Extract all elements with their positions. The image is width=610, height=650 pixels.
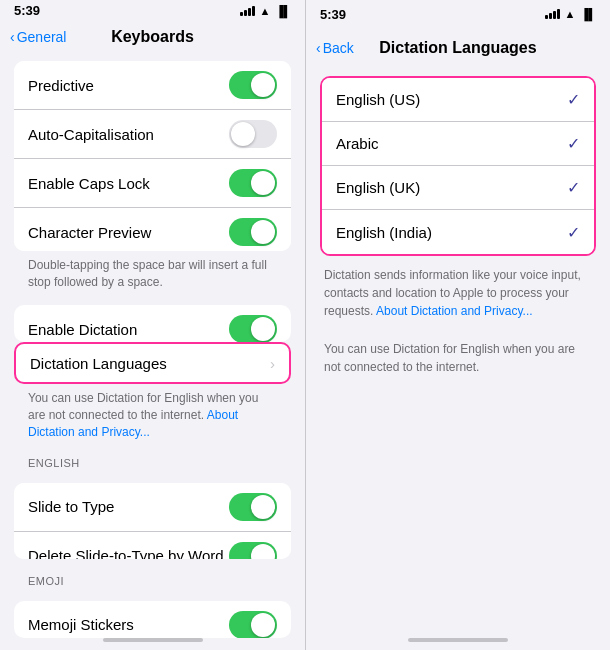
predictive-label: Predictive (28, 77, 94, 94)
delete-slide-row: Delete Slide-to-Type by Word (14, 532, 291, 559)
lang-arabic-label: Arabic (336, 135, 379, 152)
settings-group-4: Memoji Stickers (14, 601, 291, 638)
signal-icon-right (545, 9, 560, 19)
memoji-stickers-label: Memoji Stickers (28, 616, 134, 633)
auto-cap-row: Auto-Capitalisation (14, 110, 291, 159)
lang-english-us[interactable]: English (US) ✓ (322, 78, 594, 122)
status-icons-right: ▲ ▐▌ (545, 8, 596, 20)
lang-english-uk-label: English (UK) (336, 179, 420, 196)
caps-lock-label: Enable Caps Lock (28, 175, 150, 192)
slide-to-type-toggle[interactable] (229, 493, 277, 521)
settings-group-3: Slide to Type Delete Slide-to-Type by Wo… (14, 483, 291, 559)
section-english: ENGLISH (28, 457, 277, 469)
signal-icon (240, 6, 255, 16)
dictation-offline-info: You can use Dictation for English when y… (324, 340, 592, 376)
spacebar-info: Double-tapping the space bar will insert… (28, 257, 277, 291)
settings-group-2: Enable Dictation (14, 305, 291, 342)
wifi-icon-right: ▲ (565, 8, 576, 20)
wifi-icon: ▲ (260, 5, 271, 17)
char-preview-row: Character Preview (14, 208, 291, 251)
status-bar-right: 5:39 ▲ ▐▌ (306, 0, 610, 28)
checkmark-english-uk: ✓ (567, 178, 580, 197)
dictation-languages-row[interactable]: Dictation Languages › (14, 342, 291, 384)
predictive-toggle[interactable] (229, 71, 277, 99)
status-bar-left: 5:39 ▲ ▐▌ (0, 0, 305, 22)
delete-slide-toggle[interactable] (229, 542, 277, 559)
page-title-left: Keyboards (111, 28, 194, 46)
dictation-info-left: You can use Dictation for English when y… (28, 390, 277, 440)
lang-english-us-label: English (US) (336, 91, 420, 108)
battery-icon: ▐▌ (275, 5, 291, 17)
enable-dictation-label: Enable Dictation (28, 321, 137, 338)
right-panel: 5:39 ▲ ▐▌ ‹ Back Dictation Languages Eng… (305, 0, 610, 650)
chevron-left-icon-right: ‹ (316, 40, 321, 56)
memoji-stickers-toggle[interactable] (229, 611, 277, 638)
back-label-right: Back (323, 40, 354, 56)
dictation-languages-label: Dictation Languages (30, 355, 167, 372)
back-button-left[interactable]: ‹ General (10, 29, 66, 45)
nav-bar-right: ‹ Back Dictation Languages (306, 28, 610, 68)
checkmark-english-india: ✓ (567, 223, 580, 242)
page-title-right: Dictation Languages (379, 39, 536, 57)
enable-dictation-row: Enable Dictation (14, 305, 291, 342)
section-emoji: EMOJI (28, 575, 277, 587)
auto-cap-toggle[interactable] (229, 120, 277, 148)
dictation-privacy-link-right[interactable]: About Dictation and Privacy... (376, 304, 533, 318)
left-panel: 5:39 ▲ ▐▌ ‹ General Keyboards Predictive (0, 0, 305, 650)
status-icons-left: ▲ ▐▌ (240, 5, 291, 17)
checkmark-arabic: ✓ (567, 134, 580, 153)
time-left: 5:39 (14, 3, 40, 18)
lang-arabic[interactable]: Arabic ✓ (322, 122, 594, 166)
time-right: 5:39 (320, 7, 346, 22)
language-list: English (US) ✓ Arabic ✓ English (UK) ✓ E… (320, 76, 596, 256)
predictive-row: Predictive (14, 61, 291, 110)
memoji-stickers-row: Memoji Stickers (14, 601, 291, 638)
lang-english-uk[interactable]: English (UK) ✓ (322, 166, 594, 210)
lang-english-india-label: English (India) (336, 224, 432, 241)
chevron-right-icon: › (270, 355, 275, 372)
caps-lock-row: Enable Caps Lock (14, 159, 291, 208)
lang-english-india[interactable]: English (India) ✓ (322, 210, 594, 254)
caps-lock-toggle[interactable] (229, 169, 277, 197)
enable-dictation-toggle[interactable] (229, 315, 277, 342)
home-indicator-left (0, 638, 305, 650)
chevron-left-icon: ‹ (10, 29, 15, 45)
checkmark-english-us: ✓ (567, 90, 580, 109)
slide-to-type-label: Slide to Type (28, 498, 114, 515)
auto-cap-label: Auto-Capitalisation (28, 126, 154, 143)
settings-group-1: Predictive Auto-Capitalisation Enable Ca… (14, 61, 291, 251)
char-preview-toggle[interactable] (229, 218, 277, 246)
slide-to-type-row: Slide to Type (14, 483, 291, 532)
dictation-info-right: Dictation sends information like your vo… (324, 266, 592, 320)
back-button-right[interactable]: ‹ Back (316, 40, 354, 56)
char-preview-label: Character Preview (28, 224, 151, 241)
battery-icon-right: ▐▌ (580, 8, 596, 20)
delete-slide-label: Delete Slide-to-Type by Word (28, 547, 224, 558)
back-label-left: General (17, 29, 67, 45)
home-indicator-right (306, 638, 610, 650)
nav-bar-left: ‹ General Keyboards (0, 22, 305, 53)
